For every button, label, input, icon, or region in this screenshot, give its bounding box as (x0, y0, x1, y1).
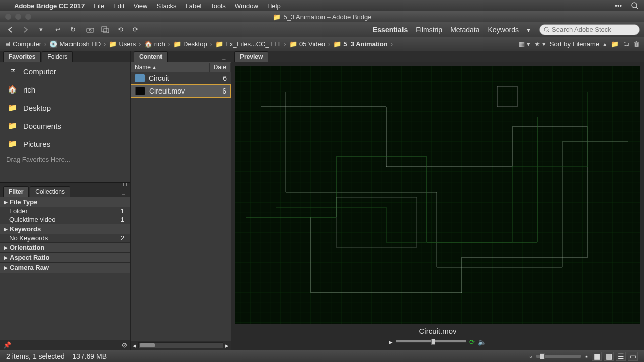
favorite-desktop[interactable]: 📁Desktop (0, 99, 130, 117)
menu-tools[interactable]: Tools (210, 2, 225, 10)
svg-line-7 (548, 31, 549, 32)
folders-tab[interactable]: Folders (42, 51, 73, 62)
recent-menu-button[interactable]: ▾ (34, 24, 47, 35)
boomerang-icon[interactable]: ↩ (51, 24, 64, 35)
crumb-current[interactable]: 📁 5_3 Animation (333, 40, 387, 48)
new-folder-icon[interactable]: 📁 (611, 40, 619, 48)
menu-stacks[interactable]: Stacks (156, 2, 176, 10)
crumb-drive[interactable]: 💽 Macintosh HD (49, 40, 101, 48)
favorite-home[interactable]: 🏠rich (0, 80, 130, 99)
menu-label[interactable]: Label (185, 2, 201, 10)
window-title: 5_3 Animation – Adobe Bridge (284, 13, 372, 21)
sort-label[interactable]: Sort by Filename (550, 40, 599, 48)
folder-icon: 📁 (6, 102, 18, 114)
menubar-extras-icon[interactable]: ••• (615, 2, 622, 10)
sort-direction-icon[interactable]: ▴ (603, 40, 607, 48)
view-list-icon[interactable]: ▭ (628, 352, 638, 361)
favorites-drag-hint: Drag Favorites Here... (0, 153, 130, 166)
zoom-in-icon[interactable]: ▪ (585, 352, 588, 360)
workspace-keywords[interactable]: Keywords (488, 26, 519, 34)
menu-window[interactable]: Window (235, 2, 258, 10)
column-name[interactable]: Name ▴ (131, 63, 210, 72)
menu-file[interactable]: File (94, 2, 104, 10)
trash-icon[interactable]: 🗑 (633, 40, 640, 48)
workspace-menu-icon[interactable]: ▾ (527, 26, 530, 34)
open-camera-raw-icon[interactable] (99, 24, 112, 35)
zoom-window-icon[interactable] (25, 14, 31, 20)
filter-group-orientation[interactable]: ▸ Orientation (0, 243, 130, 252)
workspace-essentials[interactable]: Essentials (373, 26, 408, 34)
crumb-users[interactable]: 📁 Users (109, 40, 136, 48)
preview-panel-tabs: Preview (231, 51, 644, 62)
nav-back-button[interactable] (4, 24, 17, 35)
scroll-right-icon[interactable]: ▸ (225, 342, 229, 349)
spotlight-icon[interactable] (631, 2, 639, 10)
preview-tab[interactable]: Preview (234, 51, 268, 62)
thumbnail-zoom-slider[interactable] (536, 355, 581, 358)
menu-help[interactable]: Help (267, 2, 281, 10)
volume-icon[interactable]: 🔈 (478, 338, 486, 346)
favorite-documents[interactable]: 📁Documents (0, 117, 130, 135)
view-mode-icon[interactable]: ▦ ▾ (519, 40, 530, 48)
menu-edit[interactable]: Edit (113, 2, 124, 10)
filter-group-filetype[interactable]: ▸ File Type (0, 197, 130, 207)
filter-group-keywords[interactable]: ▸ Keywords (0, 224, 130, 234)
filter-panel-menu-icon[interactable]: ≡ (119, 189, 127, 197)
panel-resize-handle[interactable] (0, 182, 130, 186)
camera-import-icon[interactable] (84, 24, 97, 35)
svg-rect-5 (104, 29, 109, 33)
star-filter-icon[interactable]: ★ ▾ (534, 40, 546, 48)
app-name[interactable]: Adobe Bridge CC 2017 (14, 2, 85, 10)
path-bar: 🖥 Computer› 💽 Macintosh HD› 📁 Users› 🏠 r… (0, 37, 644, 51)
view-grid-icon[interactable]: ▦ (592, 352, 602, 361)
filter-pin-icon[interactable]: 📌 (3, 341, 11, 349)
filter-row-folder[interactable]: Folder1 (0, 207, 130, 215)
filter-row-quicktime[interactable]: Quicktime video1 (0, 215, 130, 224)
search-input[interactable]: Search Adobe Stock (539, 24, 640, 35)
scrubber-handle[interactable] (431, 339, 435, 345)
content-tab[interactable]: Content (134, 51, 168, 62)
content-list: Circuit 6 Circuit.mov 6 (131, 72, 231, 341)
crumb-computer[interactable]: 🖥 Computer (4, 40, 41, 48)
favorite-computer[interactable]: 🖥Computer (0, 62, 130, 80)
filter-clear-icon[interactable]: ⊘ (122, 341, 127, 349)
crumb-desktop[interactable]: 📁 Desktop (173, 40, 207, 48)
favorites-tab[interactable]: Favorites (3, 51, 41, 62)
svg-point-0 (632, 3, 637, 8)
status-text: 2 items, 1 selected – 137.69 MB (6, 352, 107, 360)
crumb-exfiles[interactable]: 📁 Ex_Files...CC_TTT (215, 40, 281, 48)
workspace-filmstrip[interactable]: Filmstrip (416, 26, 442, 34)
rotate-ccw-icon[interactable]: ⟲ (114, 24, 127, 35)
favorite-pictures[interactable]: 📁Pictures (0, 135, 130, 153)
minimize-window-icon[interactable] (15, 14, 21, 20)
view-details-icon[interactable]: ☰ (616, 352, 626, 361)
refresh-icon[interactable]: ↻ (66, 24, 79, 35)
close-window-icon[interactable] (5, 14, 11, 20)
preview-viewport[interactable] (235, 66, 640, 324)
content-row-folder[interactable]: Circuit 6 (131, 72, 231, 84)
nav-forward-button[interactable] (19, 24, 32, 35)
filter-group-aspect[interactable]: ▸ Aspect Ratio (0, 253, 130, 262)
collections-tab[interactable]: Collections (30, 186, 70, 197)
loop-icon[interactable]: ⟳ (469, 338, 475, 346)
filter-group-cameraraw[interactable]: ▸ Camera Raw (0, 263, 130, 273)
home-icon: 🏠 (6, 83, 18, 96)
crumb-home[interactable]: 🏠 rich (144, 40, 165, 48)
view-thumb-icon[interactable]: ▤ (604, 352, 614, 361)
filter-tab[interactable]: Filter (3, 186, 29, 197)
play-button-icon[interactable]: ▸ (389, 338, 393, 346)
filter-row-nokeywords[interactable]: No Keywords2 (0, 234, 130, 242)
scroll-left-icon[interactable]: ◂ (133, 342, 136, 349)
content-row-video[interactable]: Circuit.mov 6 (131, 84, 231, 98)
open-recent-icon[interactable]: 🗂 (623, 40, 629, 48)
video-scrubber[interactable] (396, 340, 466, 343)
content-panel-menu-icon[interactable]: ≡ (220, 54, 228, 62)
menu-view[interactable]: View (134, 2, 148, 10)
crumb-05video[interactable]: 📁 05 Video (289, 40, 325, 48)
workspace-metadata[interactable]: Metadata (450, 26, 479, 34)
column-date[interactable]: Date (210, 63, 231, 72)
zoom-out-icon[interactable]: ▫ (529, 352, 532, 360)
rotate-cw-icon[interactable]: ⟳ (129, 24, 142, 35)
content-scrollbar[interactable]: ◂ ▸ (131, 341, 231, 350)
traffic-lights[interactable] (5, 14, 31, 20)
